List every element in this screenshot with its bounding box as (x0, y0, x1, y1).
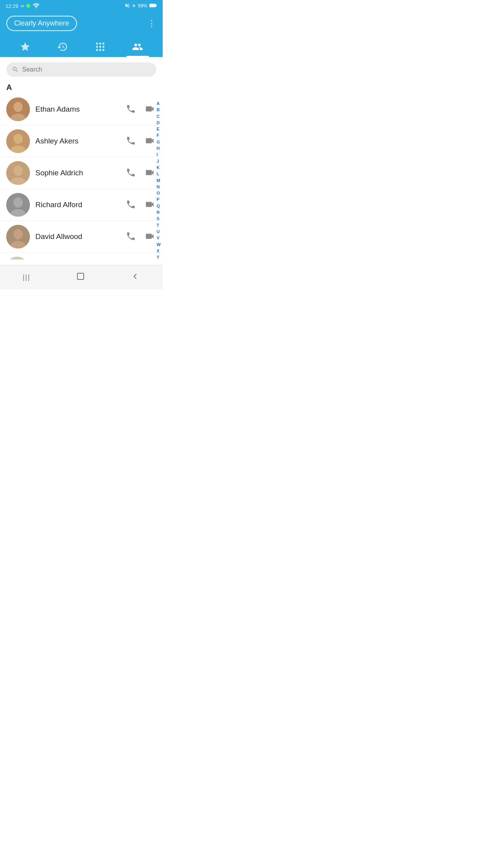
alpha-r[interactable]: R (156, 209, 162, 215)
alpha-v[interactable]: V (156, 235, 162, 241)
avatar-image-ethan (6, 97, 30, 121)
svg-rect-21 (77, 273, 84, 280)
alpha-s[interactable]: S (156, 215, 162, 222)
alpha-m[interactable]: M (156, 177, 162, 184)
call-button[interactable] (124, 134, 138, 149)
contact-item: Richard Alford (0, 189, 163, 221)
avatar (6, 129, 30, 153)
avatar-image-david (6, 225, 30, 248)
nav-tabs (6, 37, 156, 57)
app-title-button[interactable]: Clearly Anywhere (6, 16, 77, 31)
video-button[interactable] (143, 102, 156, 117)
header: Clearly Anywhere ⋮ (0, 12, 163, 57)
back-chevron-icon (130, 272, 140, 281)
bottom-nav: ||| (0, 265, 163, 289)
call-button[interactable] (124, 198, 138, 212)
video-button[interactable] (143, 166, 156, 180)
contact-name: Richard Alford (35, 200, 119, 209)
svg-rect-2 (150, 4, 156, 6)
svg-point-15 (13, 197, 23, 208)
call-button[interactable] (124, 102, 138, 117)
alpha-e[interactable]: E (156, 126, 162, 132)
star-icon (20, 41, 31, 52)
phone-icon (126, 199, 136, 210)
svg-point-12 (13, 166, 23, 176)
alpha-y[interactable]: Y (156, 254, 162, 259)
section-header-a: A (0, 80, 163, 94)
avatar (6, 161, 30, 185)
contact-item: Ethan Adams (0, 94, 163, 125)
alpha-o[interactable]: O (156, 190, 162, 196)
contact-list: Ethan Adams (0, 94, 163, 259)
status-bar-right: ✈ 99% (125, 3, 157, 9)
contact-actions (124, 198, 156, 212)
airplane-icon: ✈ (132, 3, 136, 9)
contacts-area: A Ethan Adams (0, 57, 163, 259)
contact-actions (124, 166, 156, 180)
people-icon (132, 41, 143, 52)
alpha-t[interactable]: T (156, 222, 162, 228)
tab-dialpad[interactable] (81, 37, 119, 57)
alpha-j[interactable]: J (156, 158, 162, 164)
video-button[interactable] (143, 230, 156, 244)
battery-icon (149, 3, 157, 9)
alpha-g[interactable]: G (156, 139, 162, 145)
call-button[interactable] (124, 230, 138, 244)
contact-actions (124, 134, 156, 149)
contact-item: David Allwood (0, 221, 163, 253)
avatar (6, 97, 30, 121)
battery-text: 99% (138, 3, 147, 9)
phone-icon (126, 104, 136, 114)
video-button[interactable] (143, 198, 156, 212)
search-icon (12, 66, 19, 74)
status-bar: 12:29 ∞ ✈ 99% (0, 0, 163, 12)
alpha-k[interactable]: K (156, 164, 162, 171)
svg-point-18 (13, 229, 23, 239)
phone-icon (126, 136, 136, 146)
avatar (6, 257, 28, 259)
video-icon (145, 104, 155, 114)
svg-point-9 (13, 134, 23, 144)
svg-rect-3 (156, 5, 157, 6)
alpha-p[interactable]: P (156, 196, 162, 202)
alpha-n[interactable]: N (156, 184, 162, 190)
grid-icon (95, 41, 106, 52)
alpha-x[interactable]: X (156, 248, 162, 254)
nav-home-button[interactable] (68, 268, 93, 287)
alpha-f[interactable]: F (156, 132, 162, 138)
avatar-image-partial (6, 257, 28, 259)
contact-name: Sophie Aldrich (35, 169, 119, 177)
contact-item: Ashley Akers (0, 125, 163, 157)
alpha-h[interactable]: H (156, 145, 162, 151)
call-button[interactable] (124, 166, 138, 180)
alpha-b[interactable]: B (156, 107, 162, 113)
status-bar-left: 12:29 ∞ (6, 3, 40, 9)
search-input[interactable] (22, 66, 151, 73)
tab-favorites[interactable] (6, 37, 44, 57)
nav-menu-button[interactable]: ||| (15, 270, 39, 285)
svg-rect-20 (6, 257, 28, 259)
alpha-c[interactable]: C (156, 113, 162, 120)
alpha-w[interactable]: W (156, 241, 162, 248)
nav-back-button[interactable] (123, 268, 148, 287)
phone-icon (126, 167, 136, 178)
tab-contacts[interactable] (119, 37, 157, 57)
wifi-icon (33, 3, 40, 9)
contact-name: Ashley Akers (35, 137, 119, 145)
alpha-a[interactable]: A (156, 100, 162, 107)
video-button[interactable] (143, 134, 156, 149)
alpha-i[interactable]: I (156, 151, 162, 158)
header-top: Clearly Anywhere ⋮ (6, 16, 156, 31)
mute-icon (125, 3, 130, 9)
alpha-u[interactable]: U (156, 228, 162, 235)
tab-recents[interactable] (44, 37, 82, 57)
avatar-image-sophie (6, 161, 30, 185)
alpha-q[interactable]: Q (156, 203, 162, 209)
avatar-image-ashley (6, 129, 30, 153)
alpha-d[interactable]: D (156, 120, 162, 126)
video-icon (145, 167, 155, 178)
avatar (6, 193, 30, 217)
alpha-l[interactable]: L (156, 171, 162, 177)
more-menu-icon[interactable]: ⋮ (147, 18, 156, 29)
search-bar (6, 63, 156, 77)
